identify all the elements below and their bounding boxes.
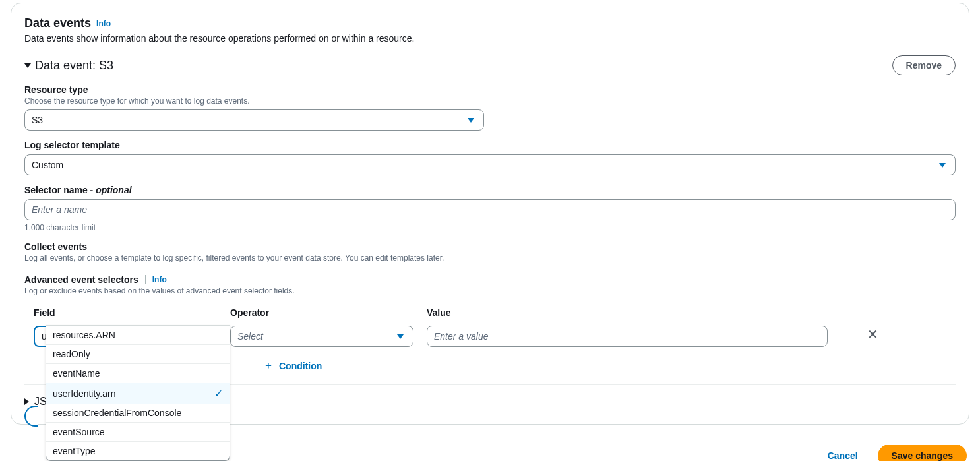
info-link[interactable]: Info bbox=[96, 19, 111, 28]
resource-type-desc: Choose the resource type for which you w… bbox=[24, 96, 956, 106]
check-icon: ✓ bbox=[214, 387, 223, 400]
advanced-info-link[interactable]: Info bbox=[152, 275, 167, 284]
chevron-down-icon bbox=[939, 163, 946, 168]
data-event-header-row: Data event: S3 Remove bbox=[24, 55, 956, 75]
data-events-panel: Data events Info Data events show inform… bbox=[11, 3, 969, 425]
add-condition-label: Condition bbox=[279, 361, 322, 371]
value-label: Value bbox=[427, 307, 828, 318]
resource-type-group: Resource type Choose the resource type f… bbox=[24, 84, 956, 131]
resource-type-label: Resource type bbox=[24, 84, 956, 95]
operator-column: Operator Select bbox=[230, 307, 413, 347]
advanced-selectors-desc: Log or exclude events based on the value… bbox=[24, 286, 956, 295]
operator-placeholder: Select bbox=[237, 331, 263, 342]
field-label: Field bbox=[34, 307, 217, 318]
dropdown-option-useridentity-arn[interactable]: userIdentity.arn ✓ bbox=[46, 383, 230, 404]
selector-name-helper: 1,000 character limit bbox=[24, 223, 956, 232]
log-selector-value: Custom bbox=[32, 160, 63, 170]
field-dropdown: resources.ARN readOnly eventName userIde… bbox=[46, 325, 230, 461]
plus-icon: ＋ bbox=[263, 359, 274, 373]
log-selector-group: Log selector template Custom bbox=[24, 140, 956, 175]
value-input[interactable]: Enter a value bbox=[427, 326, 828, 347]
divider bbox=[145, 275, 146, 284]
dropdown-option-eventtype[interactable]: eventType bbox=[46, 442, 230, 460]
remove-row-icon[interactable]: ✕ bbox=[867, 326, 878, 342]
save-changes-button[interactable]: Save changes bbox=[878, 445, 967, 461]
chevron-down-icon bbox=[468, 118, 474, 123]
advanced-selectors-label: Advanced event selectors bbox=[24, 274, 138, 285]
value-column: Value Enter a value bbox=[427, 307, 828, 347]
panel-description: Data events show information about the r… bbox=[24, 33, 956, 44]
add-condition-button[interactable]: ＋ Condition bbox=[263, 359, 956, 373]
collect-events-group: Collect events Log all events, or choose… bbox=[24, 241, 956, 262]
remove-button[interactable]: Remove bbox=[892, 55, 956, 75]
operator-select[interactable]: Select bbox=[230, 326, 413, 347]
cancel-button[interactable]: Cancel bbox=[814, 445, 871, 461]
dropdown-option-resources-arn[interactable]: resources.ARN bbox=[46, 326, 230, 345]
data-event-title: Data event: S3 bbox=[35, 59, 113, 73]
partial-button-edge bbox=[24, 406, 38, 427]
advanced-selectors-header: Advanced event selectors Info bbox=[24, 274, 956, 285]
caret-down-icon[interactable] bbox=[24, 63, 31, 68]
log-selector-select[interactable]: Custom bbox=[24, 154, 956, 175]
data-event-header[interactable]: Data event: S3 bbox=[24, 59, 113, 73]
collect-events-desc: Log all events, or choose a template to … bbox=[24, 253, 956, 262]
resource-type-value: S3 bbox=[32, 115, 43, 125]
dropdown-option-eventsource[interactable]: eventSource bbox=[46, 423, 230, 442]
collect-events-label: Collect events bbox=[24, 241, 956, 252]
resource-type-select[interactable]: S3 bbox=[24, 109, 484, 131]
selector-name-label: Selector name - optional bbox=[24, 185, 956, 195]
operator-label: Operator bbox=[230, 307, 413, 318]
dropdown-option-readonly[interactable]: readOnly bbox=[46, 345, 230, 364]
selector-name-group: Selector name - optional Enter a name 1,… bbox=[24, 185, 956, 232]
panel-title: Data events bbox=[24, 16, 91, 30]
dropdown-option-sessioncredential[interactable]: sessionCredentialFromConsole bbox=[46, 404, 230, 423]
dropdown-option-eventname[interactable]: eventName bbox=[46, 364, 230, 383]
panel-header: Data events Info bbox=[24, 16, 956, 30]
selector-name-input[interactable]: Enter a name bbox=[24, 199, 956, 220]
chevron-down-icon bbox=[397, 334, 404, 339]
caret-right-icon bbox=[24, 398, 29, 405]
log-selector-label: Log selector template bbox=[24, 140, 956, 150]
